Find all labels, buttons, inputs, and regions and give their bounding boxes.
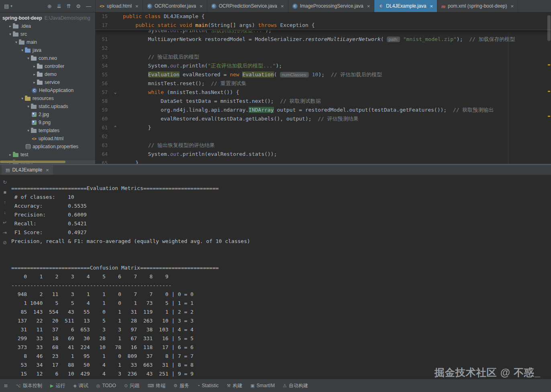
tree-item--idea[interactable]: ▸.idea: [0, 22, 95, 30]
code-line[interactable]: 17 public static void main(String[] args…: [96, 21, 551, 30]
console-line: 31 11 37 6 653 3 3 97 38 103 | 4 = 4: [11, 325, 551, 334]
close-tab-icon[interactable]: ×: [511, 4, 514, 9]
editor-tab-ocrpredictionservice-java[interactable]: COCRPredictionService.java×: [207, 0, 288, 12]
close-tab-icon[interactable]: ×: [200, 4, 203, 9]
tree-item-spring-boot-deep[interactable]: spring-boot-deepE:\JavaDemos\spring: [0, 14, 95, 22]
tree-item-static-uploads[interactable]: ▾static.uploads: [0, 102, 95, 110]
fold-column: [108, 159, 123, 164]
tree-item-com-neo[interactable]: ▾com.neo: [0, 54, 95, 62]
statusbar-item-problems[interactable]: ⊙问题: [124, 382, 139, 389]
fold-icon[interactable]: ⌃: [108, 123, 123, 132]
tree-item-2-jpg[interactable]: 2.jpg: [0, 110, 95, 118]
close-tab-icon[interactable]: ×: [430, 4, 433, 9]
code-line[interactable]: 54 System.out.println("正在评估加载后的模型...");: [96, 61, 551, 70]
tree-item-demo[interactable]: ▸demo: [0, 70, 95, 78]
project-horizontal-scrollbar-thumb[interactable]: [0, 161, 65, 163]
console-output[interactable]: ========================Evaluation Metri…: [10, 175, 551, 379]
tree-item-src[interactable]: ▾src: [0, 30, 95, 38]
nav-up-icon[interactable]: ↑: [4, 200, 6, 205]
tree-item-application-properties[interactable]: application.properties: [0, 143, 95, 151]
code-line[interactable]: 60 evalRestored.eval(testData.getLabels(…: [96, 114, 551, 123]
chevron-down-icon[interactable]: ▾: [26, 104, 31, 108]
editor-scrollbar[interactable]: [547, 12, 551, 164]
tree-item-resources[interactable]: ▾resources: [0, 94, 95, 102]
tree-item-java[interactable]: ▾java: [0, 46, 95, 54]
chevron-right-icon[interactable]: ▸: [32, 80, 37, 84]
editor-scrollbar-thumb[interactable]: [547, 15, 551, 41]
editor-tab-pom-xml-spring-boot-deep-[interactable]: mpom.xml (spring-boot-deep)×: [437, 0, 518, 12]
editor-tab-ocrcontroller-java[interactable]: COCRController.java×: [143, 0, 207, 12]
globe-icon[interactable]: ⊕: [47, 4, 52, 9]
code-line[interactable]: 59 org.nd4j.linalg.api.ndarray.INDArray …: [96, 106, 551, 114]
editor-tab-upload-html[interactable]: <>upload.html×: [96, 0, 143, 12]
code-line[interactable]: System.out.println("加载训练好的模型...");: [96, 30, 551, 35]
code-editor[interactable]: 15public class DL4JExample {17 public st…: [96, 12, 551, 164]
chevron-down-icon[interactable]: ▾: [14, 40, 19, 44]
code-line[interactable]: 65 }: [96, 159, 551, 164]
statusbar-item-version-control[interactable]: ⌥版本控制: [16, 382, 42, 389]
code-line[interactable]: 62: [96, 132, 551, 141]
statusbar-item-todo[interactable]: ◎TODO: [96, 383, 116, 388]
collapse-all-icon[interactable]: ⇊: [57, 4, 61, 9]
soft-wrap-icon[interactable]: ↵: [3, 220, 7, 225]
tree-item-upload-html[interactable]: <>upload.html: [0, 135, 95, 143]
chevron-right-icon[interactable]: ▸: [8, 153, 13, 157]
chevron-down-icon[interactable]: ▾: [8, 32, 13, 36]
hide-panel-icon[interactable]: —: [86, 4, 91, 9]
stop-icon[interactable]: ■: [3, 190, 6, 195]
statusbar-item-statistic[interactable]: ◔Statistic: [197, 383, 219, 388]
code-line[interactable]: 15public class DL4JExample {: [96, 12, 551, 21]
tree-item-templates[interactable]: ▾templates: [0, 127, 95, 135]
tree-item-controller[interactable]: ▸controller: [0, 62, 95, 70]
chevron-right-icon[interactable]: ▸: [8, 24, 13, 28]
scroll-end-icon[interactable]: ⇥: [3, 230, 7, 235]
tree-item-main[interactable]: ▾main: [0, 38, 95, 46]
gear-icon[interactable]: ⚙: [76, 4, 81, 9]
code-line[interactable]: 61⌃ }: [96, 123, 551, 132]
chevron-right-icon[interactable]: ▸: [32, 72, 37, 76]
statusbar-item-run[interactable]: ▶运行: [50, 382, 65, 389]
code-line[interactable]: 51 MultiLayerNetwork restoredModel = Mod…: [96, 35, 551, 44]
fold-column: [108, 30, 123, 35]
rerun-icon[interactable]: ↻: [3, 180, 7, 185]
code-line[interactable]: 55 Evaluation evalRestored = new Evaluat…: [96, 70, 551, 79]
code-line[interactable]: 56 mnistTest.reset(); // 重置测试集: [96, 79, 551, 88]
tree-item-helloapplication[interactable]: CHelloApplication: [0, 86, 95, 94]
statusbar-item-auto-build[interactable]: ⚠自动构建: [283, 382, 308, 389]
chevron-down-icon[interactable]: ▾: [20, 48, 25, 52]
tree-item-label: 9.png: [39, 120, 51, 125]
expand-all-icon[interactable]: ⇈: [66, 4, 71, 9]
tool-windows-icon[interactable]: ⊞: [4, 383, 8, 388]
statusbar-item-smartim[interactable]: ▣SmartIM: [250, 383, 275, 388]
close-tab-icon[interactable]: ×: [135, 4, 139, 9]
code-line[interactable]: 57⌄ while (mnistTest.hasNext()) {: [96, 88, 551, 97]
chevron-down-icon[interactable]: ▾: [20, 96, 25, 100]
statusbar-item-build[interactable]: ⚒构建: [227, 382, 243, 389]
chevron-right-icon[interactable]: ▸: [32, 64, 37, 68]
run-tab[interactable]: ▤ DL4JExample ×: [2, 165, 53, 175]
tree-item-service[interactable]: ▸service: [0, 78, 95, 86]
chevron-down-icon[interactable]: ▾: [26, 56, 31, 60]
code-line[interactable]: 52: [96, 44, 551, 53]
statusbar-item-debug[interactable]: ◈调试: [73, 382, 88, 389]
code-line[interactable]: 64 System.out.println(evalRestored.stats…: [96, 150, 551, 159]
code-line[interactable]: 58 DataSet testData = mnistTest.next(); …: [96, 97, 551, 106]
editor-tab-dl4jexample-java[interactable]: CDL4JExample.java×: [374, 0, 437, 12]
close-icon[interactable]: ×: [46, 167, 49, 173]
tree-item-test[interactable]: ▸test: [0, 151, 95, 159]
chevron-down-icon[interactable]: ▾: [10, 4, 12, 8]
tree-item-9-png[interactable]: 9.png: [0, 118, 95, 127]
clear-all-icon[interactable]: ⊘: [3, 240, 7, 245]
project-horizontal-scrollbar[interactable]: [0, 160, 95, 163]
menu-icon[interactable]: ▤: [4, 4, 9, 9]
editor-tab-imageprocessingservice-java[interactable]: CImageProcessingService.java×: [288, 0, 375, 12]
statusbar-item-terminal[interactable]: ⌨终端: [147, 382, 165, 389]
close-tab-icon[interactable]: ×: [367, 4, 370, 9]
statusbar-item-services[interactable]: ⚙服务: [173, 382, 189, 389]
fold-icon[interactable]: ⌄: [108, 88, 123, 97]
code-line[interactable]: 63 // 输出恢复模型的评估结果: [96, 141, 551, 150]
nav-down-icon[interactable]: ↓: [4, 210, 6, 215]
code-line[interactable]: 53 // 验证加载后的模型: [96, 53, 551, 61]
chevron-down-icon[interactable]: ▾: [26, 129, 31, 133]
close-tab-icon[interactable]: ×: [281, 4, 284, 9]
